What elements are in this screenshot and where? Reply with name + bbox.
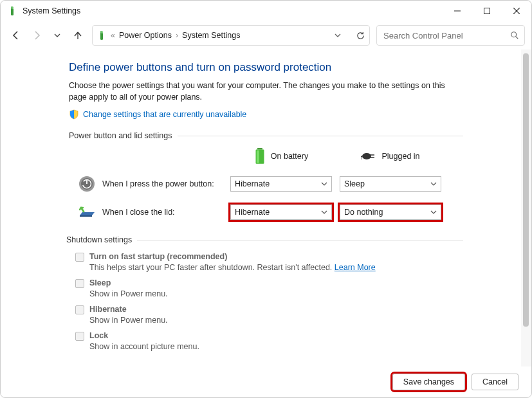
select-value: Hibernate xyxy=(235,208,270,217)
row-close-lid: When I close the lid: xyxy=(78,203,223,221)
checkbox-label: Sleep xyxy=(89,278,111,288)
forward-button[interactable] xyxy=(28,26,46,44)
power-section-label: Power button and lid settings xyxy=(69,131,463,140)
select-value: Hibernate xyxy=(235,179,270,188)
save-changes-button[interactable]: Save changes xyxy=(392,374,465,390)
checkbox-sleep: Sleep xyxy=(75,278,463,288)
app-icon xyxy=(7,6,17,16)
svg-rect-2 xyxy=(484,8,490,14)
search-box[interactable] xyxy=(376,25,525,46)
checkbox-input[interactable] xyxy=(75,332,84,341)
divider xyxy=(178,136,463,136)
window-buttons xyxy=(443,1,531,21)
checkbox-label: Hibernate xyxy=(89,305,127,314)
change-settings-row: Change settings that are currently unava… xyxy=(69,109,463,120)
checkbox-hibernate: Hibernate xyxy=(75,305,463,314)
checkbox-label: Lock xyxy=(89,331,108,341)
shutdown-section-title: Shutdown settings xyxy=(66,235,132,244)
col-header-battery: On battery xyxy=(230,148,332,165)
chevron-down-icon xyxy=(430,181,437,187)
svg-rect-8 xyxy=(257,148,262,150)
select-value: Sleep xyxy=(344,179,365,188)
page-heading: Define power buttons and turn on passwor… xyxy=(69,61,463,74)
row-power-button-label: When I press the power button: xyxy=(102,179,214,188)
battery-icon xyxy=(254,148,266,165)
select-value: Do nothing xyxy=(344,208,383,217)
chevron-down-icon xyxy=(321,181,327,187)
change-settings-link[interactable]: Change settings that are currently unava… xyxy=(83,110,246,119)
checkbox-input[interactable] xyxy=(75,305,84,314)
shutdown-section-label: Shutdown settings xyxy=(66,235,463,244)
checkbox-input[interactable] xyxy=(75,279,84,288)
power-button-icon xyxy=(78,175,96,193)
power-section-title: Power button and lid settings xyxy=(69,131,172,140)
checkbox-input[interactable] xyxy=(75,253,84,262)
page-description: Choose the power settings that you want … xyxy=(69,80,463,103)
cancel-button[interactable]: Cancel xyxy=(472,374,518,390)
address-bar[interactable]: « Power Options › System Settings xyxy=(92,25,370,46)
lock-description: Show in account picture menu. xyxy=(89,342,463,351)
chevron-right-icon: › xyxy=(176,31,178,40)
svg-point-0 xyxy=(11,6,14,9)
scrollbar-thumb[interactable] xyxy=(523,53,529,327)
back-button[interactable] xyxy=(7,26,25,44)
row-close-lid-label: When I close the lid: xyxy=(102,208,175,217)
col-plugged-label: Plugged in xyxy=(381,152,419,161)
fast-startup-description: This helps start your PC faster after sh… xyxy=(89,263,463,272)
checkbox-lock: Lock xyxy=(75,331,463,341)
lid-icon xyxy=(78,203,96,221)
select-power-button-battery[interactable]: Hibernate xyxy=(230,176,332,192)
select-lid-battery[interactable]: Hibernate xyxy=(230,204,332,220)
breadcrumb-back-chevron: « xyxy=(111,31,115,40)
power-grid: On battery Plugged in When I press the p… xyxy=(69,148,463,221)
chevron-down-icon xyxy=(321,209,327,215)
search-icon xyxy=(510,31,519,40)
col-header-plugged: Plugged in xyxy=(340,152,441,161)
svg-point-5 xyxy=(100,31,103,33)
chevron-down-icon xyxy=(430,209,437,215)
titlebar: System Settings xyxy=(1,1,531,21)
search-input[interactable] xyxy=(382,30,510,41)
select-lid-plugged[interactable]: Do nothing xyxy=(340,204,441,220)
toolbar: « Power Options › System Settings xyxy=(1,21,531,50)
up-button[interactable] xyxy=(69,26,87,44)
hibernate-description: Show in Power menu. xyxy=(89,316,463,325)
checkbox-fast-startup: Turn on fast startup (recommended) xyxy=(75,252,463,262)
svg-rect-10 xyxy=(257,150,259,163)
content-area: Define power buttons and turn on passwor… xyxy=(1,50,531,366)
svg-point-6 xyxy=(511,32,517,37)
recent-dropdown[interactable] xyxy=(48,26,66,44)
maximize-button[interactable] xyxy=(472,1,502,21)
breadcrumb-root-icon xyxy=(96,30,107,41)
svg-line-7 xyxy=(516,37,518,39)
breadcrumb-item-power-options[interactable]: Power Options xyxy=(119,31,172,40)
content-scroll: Define power buttons and turn on passwor… xyxy=(1,50,521,366)
shutdown-settings: Turn on fast startup (recommended) This … xyxy=(75,252,463,351)
checkbox-label: Turn on fast startup (recommended) xyxy=(89,252,227,262)
select-power-button-plugged[interactable]: Sleep xyxy=(340,176,441,192)
close-button[interactable] xyxy=(502,1,531,21)
window: System Settings « Power Options › System… xyxy=(0,0,532,398)
sleep-description: Show in Power menu. xyxy=(89,289,463,298)
scrollbar[interactable] xyxy=(521,50,531,366)
learn-more-link[interactable]: Learn More xyxy=(335,263,376,272)
address-dropdown-icon[interactable] xyxy=(334,32,342,39)
minimize-button[interactable] xyxy=(443,1,472,21)
plug-icon xyxy=(361,152,376,161)
divider xyxy=(137,240,463,240)
col-battery-label: On battery xyxy=(271,152,308,161)
footer: Save changes Cancel xyxy=(1,366,531,397)
window-title: System Settings xyxy=(23,6,80,15)
svg-point-11 xyxy=(362,153,371,159)
row-power-button: When I press the power button: xyxy=(78,175,223,193)
refresh-button[interactable] xyxy=(356,31,365,41)
breadcrumb-item-system-settings[interactable]: System Settings xyxy=(182,31,240,40)
shield-icon xyxy=(69,109,79,120)
